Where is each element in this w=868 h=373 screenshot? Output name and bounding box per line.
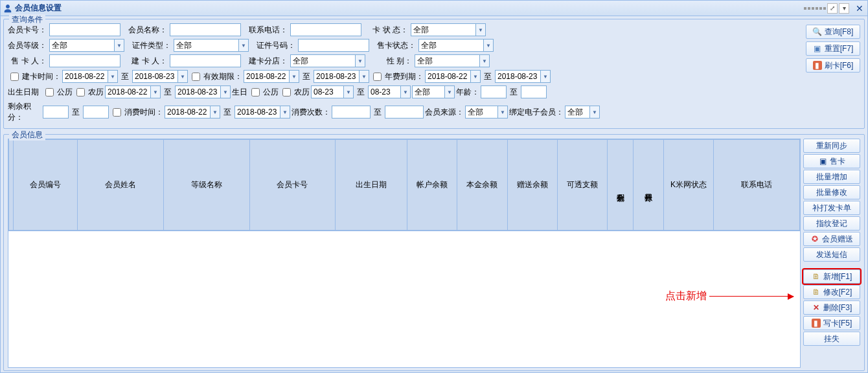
date-consume-from[interactable]: ▼ [165, 106, 220, 119]
calendar-icon[interactable]: ▼ [210, 106, 220, 119]
input-points-to[interactable] [83, 106, 109, 119]
calendar-icon[interactable]: ▼ [343, 85, 354, 98]
chevron-down-icon[interactable]: ▼ [589, 106, 600, 119]
chevron-down-icon[interactable]: ▼ [497, 106, 508, 119]
chevron-down-icon[interactable]: ▼ [114, 39, 124, 52]
grid-icon[interactable] [804, 7, 826, 10]
reset-button[interactable]: ▣重置[F7] [806, 41, 860, 56]
col-1[interactable]: 会员姓名 [78, 140, 164, 231]
sell-icon: ▣ [818, 157, 827, 166]
chevron-down-icon[interactable]: ▼ [355, 54, 365, 67]
chk-gongli2[interactable]: 公历 [249, 86, 279, 98]
chk-consume-time[interactable]: 消费时间： [110, 106, 163, 119]
date-create-to[interactable]: ▼ [132, 70, 188, 83]
calendar-icon[interactable]: ▼ [289, 70, 299, 83]
swipe-button[interactable]: ▮刷卡[F6] [806, 58, 860, 73]
chk-gongli1[interactable]: 公历 [43, 86, 73, 98]
input-card-no[interactable] [49, 23, 120, 36]
combo-birth-all[interactable]: ▼ [412, 85, 455, 98]
col-4[interactable]: 出生日期 [336, 140, 407, 231]
input-cc-from[interactable] [332, 106, 371, 119]
combo-branch[interactable]: ▼ [290, 54, 365, 67]
calendar-icon[interactable]: ▼ [400, 85, 411, 98]
chk-nongli2[interactable]: 农历 [280, 86, 310, 98]
edit-button[interactable]: 🗎修改[F2] [803, 285, 860, 299]
combo-idtype[interactable]: ▼ [174, 39, 249, 52]
chk-nongli1[interactable]: 农历 [74, 86, 104, 98]
col-7[interactable]: 赠送余额 [507, 140, 557, 231]
chevron-down-icon[interactable]: ▼ [238, 39, 249, 52]
batch-add-button[interactable]: 批量增加 [803, 170, 860, 184]
calendar-icon[interactable]: ▼ [108, 70, 118, 83]
add-button[interactable]: 🗎新增[F1] [803, 269, 860, 284]
label-bind-emember: 绑定电子会员： [509, 107, 564, 118]
input-phone[interactable] [290, 23, 361, 36]
input-cc-to[interactable] [385, 106, 424, 119]
date-valid-from[interactable]: ▼ [244, 70, 299, 83]
chevron-down-icon[interactable]: ▼ [483, 39, 494, 52]
md-to[interactable]: ▼ [368, 85, 411, 98]
expand-icon[interactable]: ⤢ [827, 3, 838, 14]
combo-level[interactable]: ▼ [49, 39, 124, 52]
calendar-icon[interactable]: ▼ [540, 70, 551, 83]
gift-button[interactable]: ✪会员赠送 [803, 232, 860, 246]
chk-year-due[interactable]: 年费到期： [371, 71, 424, 83]
date-year-to[interactable]: ▼ [495, 70, 551, 83]
close-icon[interactable]: ✕ [854, 3, 865, 14]
col-9[interactable]: 剩余积分 [608, 140, 634, 231]
chevron-down-icon[interactable]: ▾ [839, 3, 849, 14]
finger-button[interactable]: 指纹登记 [803, 216, 860, 231]
lost-button[interactable]: 挂失 [803, 332, 860, 346]
input-name[interactable] [170, 23, 241, 36]
col-8[interactable]: 可透支额 [558, 140, 608, 231]
col-3[interactable]: 会员卡号 [249, 140, 336, 231]
grid-body[interactable]: 点击新增 [8, 231, 800, 367]
date-valid-to[interactable]: ▼ [314, 70, 369, 83]
date-consume-to[interactable]: ▼ [234, 106, 290, 119]
chk-valid-time[interactable]: 有效期限： [189, 71, 242, 83]
combo-sellstatus[interactable]: ▼ [418, 39, 494, 52]
col-5[interactable]: 帐户余额 [407, 140, 457, 231]
delete-button[interactable]: ✕删除[F3] [803, 300, 860, 315]
calendar-icon[interactable]: ▼ [177, 70, 188, 83]
calendar-icon[interactable]: ▼ [280, 106, 290, 119]
input-creator[interactable] [170, 54, 241, 67]
date-year-from[interactable]: ▼ [425, 70, 481, 83]
card-icon: ▮ [813, 61, 822, 70]
sms-button[interactable]: 发送短信 [803, 247, 860, 262]
combo-emember[interactable]: ▼ [565, 106, 600, 119]
input-age-from[interactable] [481, 85, 507, 98]
col-2[interactable]: 等级名称 [163, 140, 249, 231]
calendar-icon[interactable]: ▼ [359, 70, 369, 83]
input-seller[interactable] [49, 54, 120, 67]
chk-create-time[interactable]: 建卡时间： [8, 71, 61, 83]
col-0[interactable]: 会员编号 [13, 140, 78, 231]
sell-button[interactable]: ▣售卡 [803, 154, 860, 168]
date-birth-to[interactable]: ▼ [175, 85, 231, 98]
chevron-down-icon[interactable]: ▼ [479, 54, 490, 67]
calendar-icon[interactable]: ▼ [470, 70, 481, 83]
chevron-down-icon[interactable]: ▼ [444, 85, 455, 98]
chevron-down-icon[interactable]: ▼ [475, 23, 486, 36]
input-points-from[interactable] [43, 106, 69, 119]
col-6[interactable]: 本金余额 [457, 140, 507, 231]
search-button[interactable]: 🔍查询[F8] [806, 25, 860, 39]
input-age-to[interactable] [521, 85, 547, 98]
md-from[interactable]: ▼ [311, 85, 354, 98]
write-button[interactable]: ▮写卡[F5] [803, 316, 860, 330]
calendar-icon[interactable]: ▼ [220, 85, 231, 98]
batch-mod-button[interactable]: 批量修改 [803, 185, 860, 199]
calendar-icon[interactable]: ▼ [150, 85, 161, 98]
col-11[interactable]: K米网状态 [663, 140, 713, 231]
col-10[interactable]: 累计积分 [634, 140, 663, 231]
date-create-from[interactable]: ▼ [62, 70, 118, 83]
reprint-button[interactable]: 补打发卡单 [803, 201, 860, 215]
date-birth-from[interactable]: ▼ [105, 85, 161, 98]
combo-gender[interactable]: ▼ [415, 54, 490, 67]
combo-source[interactable]: ▼ [465, 106, 508, 119]
input-idno[interactable] [298, 39, 369, 52]
combo-card-status[interactable]: ▼ [411, 23, 486, 36]
resync-button[interactable]: 重新同步 [803, 139, 860, 153]
col-checkbox[interactable] [9, 140, 14, 231]
col-12[interactable]: 联系电话 [714, 140, 800, 231]
